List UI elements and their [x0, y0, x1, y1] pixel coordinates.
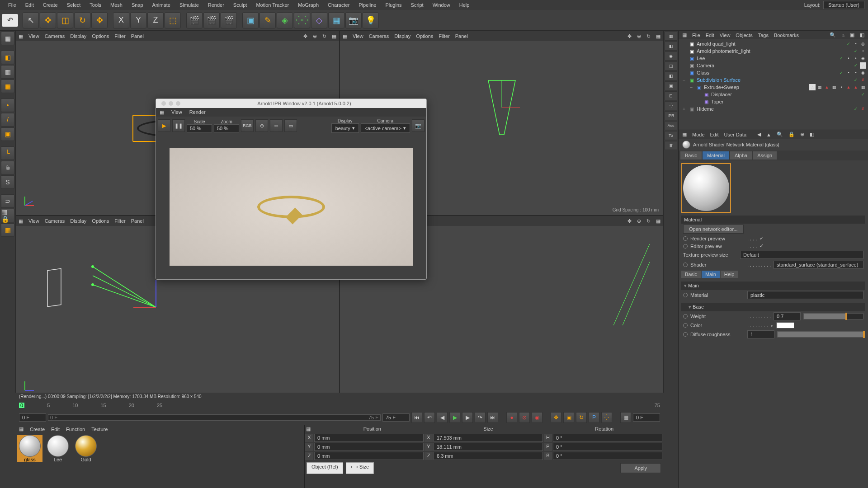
tag-icon[interactable]: ▦ — [816, 84, 823, 90]
display-dropdown[interactable]: beauty ▾ — [331, 123, 359, 133]
step-fwd-button[interactable]: ↷ — [475, 412, 486, 423]
scale-tool[interactable]: ◫ — [57, 12, 73, 28]
tag-icon[interactable]: △ — [860, 62, 866, 69]
attr-menu-mode[interactable]: Mode — [692, 132, 705, 137]
move-tool[interactable]: ✥ — [40, 12, 56, 28]
param-dot[interactable] — [683, 236, 688, 241]
key-rot-icon[interactable]: ↻ — [576, 412, 587, 423]
grid-icon[interactable]: ▦ — [665, 32, 677, 41]
size-x-input[interactable]: 17.503 mm — [434, 434, 543, 442]
nav-back-icon[interactable]: ◀ — [757, 131, 761, 137]
tag-icon[interactable]: ✓ — [853, 62, 859, 69]
link-icon[interactable]: ◧ — [860, 32, 864, 38]
menu-render[interactable]: Render — [203, 2, 229, 8]
grid-icon[interactable]: ▦ — [160, 109, 164, 115]
trash-icon[interactable]: 🗑 — [665, 141, 677, 150]
param-dot[interactable] — [683, 244, 688, 249]
menu-script[interactable]: Script — [406, 2, 428, 8]
view-icon[interactable]: ▣ — [850, 32, 854, 38]
mat-menu-edit[interactable]: Edit — [51, 427, 60, 432]
point-mode-icon[interactable]: • — [1, 99, 14, 112]
window-traffic-lights[interactable] — [158, 101, 184, 106]
tag-icon[interactable]: ◉ — [860, 55, 866, 61]
material-gold[interactable]: Gold — [73, 435, 99, 462]
vp-menu-view[interactable]: View — [28, 33, 39, 39]
texture-mode-icon[interactable]: ▦ — [1, 65, 14, 79]
tree-row[interactable]: ▣Displacer✓ — [679, 91, 867, 98]
mat-menu-function[interactable]: Function — [66, 427, 85, 432]
step-back-button[interactable]: ↶ — [424, 412, 435, 423]
vp-menu-cameras[interactable]: Cameras — [45, 33, 65, 39]
ass-label-icon[interactable]: Ass — [665, 121, 677, 130]
enable-axis-icon[interactable]: └ — [1, 146, 14, 160]
menu-edit[interactable]: Edit — [21, 2, 38, 8]
y-axis-lock[interactable]: Y — [130, 12, 146, 28]
place-tool[interactable]: ✥ — [91, 12, 108, 28]
ipr-play-button[interactable]: ▶ — [158, 119, 170, 132]
subtab-main[interactable]: Main — [702, 271, 720, 278]
key-param-icon[interactable]: P — [589, 412, 599, 423]
vp-nav-icon[interactable]: ▦ — [332, 33, 336, 39]
expand-icon[interactable]: + — [681, 106, 687, 112]
menu-tools[interactable]: Tools — [85, 2, 106, 8]
tag-icon[interactable]: △ — [809, 84, 816, 90]
size-mode-dropdown[interactable]: ⟷ Size — [346, 462, 374, 474]
tag2-icon[interactable]: ◉ — [665, 52, 677, 61]
tab-basic[interactable]: Basic — [680, 151, 702, 160]
coord-mode-dropdown[interactable]: Object (Rel) — [307, 462, 343, 474]
zoom-value[interactable]: 50 % — [214, 124, 239, 132]
menu-mograph[interactable]: MoGraph — [293, 2, 323, 8]
tag-icon[interactable]: ▲ — [824, 84, 830, 90]
lock-workplane-icon[interactable]: ▦🔒 — [1, 209, 14, 222]
globe-icon[interactable]: ⊕ — [255, 119, 268, 132]
light-tool[interactable]: 💡 — [363, 12, 379, 28]
tag-icon[interactable]: • — [853, 70, 859, 76]
obj-menu-edit[interactable]: Edit — [706, 33, 714, 38]
range-end-input[interactable]: 75 F — [382, 413, 410, 422]
autokey-button[interactable]: ⊘ — [519, 412, 530, 423]
attr-menu-edit[interactable]: Edit — [710, 132, 719, 137]
grid-icon[interactable]: ▦ — [19, 33, 23, 39]
shader-dropdown[interactable]: standard_surface (standard_surface) — [774, 261, 863, 269]
tag5-icon[interactable]: ▣ — [665, 81, 677, 90]
spline-tool[interactable]: ✎ — [259, 12, 276, 28]
render-view-button[interactable]: 🎬 — [186, 12, 203, 28]
key-scale-icon[interactable]: ▣ — [563, 412, 574, 423]
x-axis-lock[interactable]: X — [113, 12, 129, 28]
material-preview[interactable] — [681, 163, 731, 213]
color-swatch[interactable] — [776, 322, 794, 328]
generator-tool[interactable]: ◈ — [277, 12, 293, 28]
diffuse-roughness-slider[interactable] — [777, 331, 863, 338]
mat-menu-create[interactable]: Create — [30, 427, 45, 432]
material-type-dropdown[interactable]: plastic — [747, 291, 863, 299]
camera-tool[interactable]: 📷 — [345, 12, 362, 28]
menu-sculpt[interactable]: Sculpt — [229, 2, 252, 8]
menu-file[interactable]: File — [4, 2, 21, 8]
scale-value[interactable]: 50 % — [187, 124, 212, 132]
deformer-tool[interactable]: ◇ — [311, 12, 327, 28]
tree-row[interactable]: ▣Camera✓△ — [679, 62, 867, 69]
menu-simulate[interactable]: Simulate — [175, 2, 203, 8]
tag1-icon[interactable]: ◧ — [665, 42, 677, 51]
snap-icon[interactable]: S — [1, 175, 14, 189]
tag7-icon[interactable]: ⁛ — [665, 101, 677, 110]
menu-create[interactable]: Create — [38, 2, 62, 8]
grid-icon[interactable]: ▦ — [682, 32, 687, 38]
tag-icon[interactable]: • — [838, 84, 844, 90]
subtab-help[interactable]: Help — [721, 271, 738, 278]
menu-snap[interactable]: Snap — [127, 2, 148, 8]
tab-material[interactable]: Material — [703, 151, 729, 160]
rot-p-input[interactable]: 0 ° — [553, 443, 662, 451]
tree-row[interactable]: +▣Hideme✓✗ — [679, 105, 867, 113]
param-dot[interactable] — [683, 263, 688, 267]
render-region-button[interactable]: 🎬 — [203, 12, 220, 28]
tag4-icon[interactable]: ◧ — [665, 71, 677, 80]
tag-icon[interactable]: ▦ — [860, 84, 866, 90]
layout-value[interactable]: Startup (User) — [823, 1, 864, 9]
timeline-ruler[interactable]: 0 5 10 15 20 25 75 — [15, 400, 664, 410]
camera-dropdown[interactable]: <active camera> ▾ — [361, 123, 410, 133]
diffuse-roughness-input[interactable]: 1 — [747, 330, 774, 338]
keyframe-button[interactable]: ◉ — [532, 412, 542, 423]
menu-select[interactable]: Select — [62, 2, 85, 8]
tab-alpha[interactable]: Alpha — [730, 151, 752, 160]
